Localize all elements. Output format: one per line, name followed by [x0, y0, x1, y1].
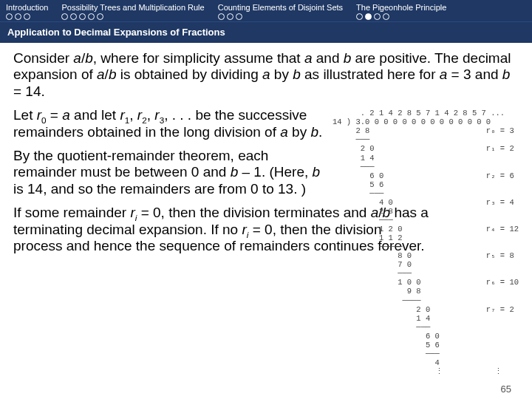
nav-title: Counting Elements of Disjoint Sets: [218, 3, 343, 12]
nav-bar: Introduction Possibility Trees and Multi…: [0, 0, 532, 21]
progress-dot-icon[interactable]: [218, 13, 225, 20]
text: Let: [13, 107, 37, 123]
nav-title: Possibility Trees and Multiplication Rul…: [61, 3, 204, 12]
progress-dot-icon[interactable]: [97, 13, 103, 20]
text: , where for simplicity assume that: [93, 50, 304, 66]
var-a: a: [280, 124, 288, 140]
text: by: [288, 124, 311, 140]
progress-dot-icon[interactable]: [356, 13, 363, 20]
nav-dots: [356, 13, 389, 20]
slide-body: Consider a/b, where for simplicity assum…: [0, 43, 532, 376]
progress-dot-icon[interactable]: [79, 13, 86, 20]
progress-dot-icon[interactable]: [24, 13, 30, 20]
progress-dot-icon[interactable]: [70, 13, 77, 20]
paragraph-2: Let r0 = a and let r1, r2, r3, . . . be …: [13, 107, 325, 140]
var-b: b: [344, 50, 352, 66]
figure-column: . 2 1 4 2 8 5 7 1 4 2 8 5 7 ... 14 ) 3.0…: [332, 107, 519, 376]
var-a: a: [62, 107, 70, 123]
text: is obtained by dividing: [116, 66, 262, 82]
var-b: b: [502, 66, 511, 82]
progress-dot-icon[interactable]: [383, 13, 389, 20]
nav-dots: [6, 13, 30, 20]
text: ,: [129, 107, 137, 123]
nav-section-disjoint-sets[interactable]: Counting Elements of Disjoint Sets: [218, 3, 343, 20]
progress-dot-icon[interactable]: [227, 13, 233, 20]
text: and let: [70, 107, 120, 123]
text: Consider: [13, 50, 73, 66]
var-a: a: [73, 50, 81, 66]
progress-dot-icon[interactable]: [6, 13, 13, 20]
slide-subtitle: Application to Decimal Expansions of Fra…: [7, 27, 225, 38]
var-a: a: [440, 66, 448, 82]
text: .: [318, 124, 322, 140]
progress-dot-icon[interactable]: [236, 13, 242, 20]
var-a: a: [262, 66, 270, 82]
progress-dot-icon[interactable]: [61, 13, 68, 20]
text: is 14, and so the remainders are from 0 …: [13, 181, 306, 197]
var-b: b: [109, 66, 117, 82]
text: – 1. (Here,: [238, 164, 312, 180]
var-b: b: [231, 164, 239, 180]
var-a: a: [97, 66, 105, 82]
paragraph-3: By the quotient-remainder theorem, each …: [13, 148, 325, 197]
progress-dot-icon[interactable]: [374, 13, 381, 20]
long-division-figure: . 2 1 4 2 8 5 7 1 4 2 8 5 7 ... 14 ) 3.0…: [332, 107, 519, 376]
content-row: Let r0 = a and let r1, r2, r3, . . . be …: [13, 107, 519, 376]
var-b: b: [85, 50, 93, 66]
text: If some remainder: [13, 205, 130, 220]
var-b: b: [313, 164, 321, 180]
nav-title: The Pigeonhole Principle: [356, 3, 446, 12]
text: = 3 and: [447, 66, 502, 82]
text: and: [313, 50, 344, 66]
nav-dots: [218, 13, 242, 20]
var-b: b: [310, 124, 318, 140]
text: by: [270, 66, 293, 82]
var-b: b: [293, 66, 301, 82]
paragraph-1: Consider a/b, where for simplicity assum…: [13, 50, 519, 100]
nav-dots: [61, 13, 103, 20]
progress-dot-current-icon[interactable]: [365, 13, 372, 20]
text: as illustrated here for: [301, 66, 440, 82]
text: = 14.: [13, 83, 45, 99]
progress-dot-icon[interactable]: [15, 13, 21, 20]
slide: Introduction Possibility Trees and Multi…: [0, 0, 532, 399]
text: =: [47, 107, 63, 123]
nav-title: Introduction: [6, 3, 48, 12]
sub-bar: Application to Decimal Expansions of Fra…: [0, 21, 532, 43]
nav-section-possibility-trees[interactable]: Possibility Trees and Multiplication Rul…: [61, 3, 204, 20]
var-a: a: [304, 50, 313, 66]
text-column: Let r0 = a and let r1, r2, r3, . . . be …: [13, 107, 325, 376]
progress-dot-icon[interactable]: [88, 13, 95, 20]
nav-section-pigeonhole[interactable]: The Pigeonhole Principle: [356, 3, 446, 20]
nav-section-introduction[interactable]: Introduction: [6, 3, 48, 20]
text: ,: [147, 107, 155, 123]
page-number: 65: [501, 383, 511, 395]
